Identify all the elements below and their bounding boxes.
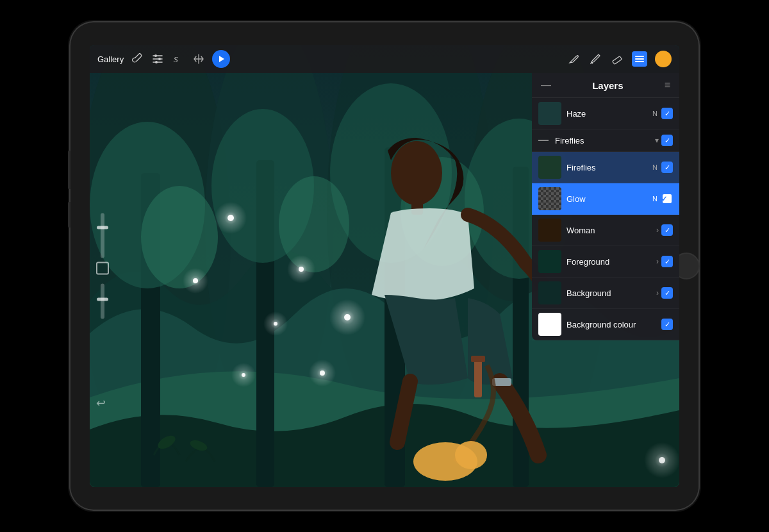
toolbar-right — [566, 51, 672, 67]
layer-check-glow[interactable]: ✓ — [661, 193, 673, 204]
layer-thumb-glow — [538, 187, 561, 210]
layer-group-fireflies[interactable]: Fireflies ▾ — [532, 129, 679, 152]
layers-panel-header: — Layers ≡ — [532, 73, 679, 98]
left-sidebar — [96, 213, 109, 319]
layer-item-fireflies[interactable]: Fireflies N — [532, 152, 679, 183]
layer-name-foreground: Foreground — [566, 257, 656, 267]
ipad-device: Gallery S — [70, 22, 699, 510]
background-arrow-icon: › — [656, 288, 659, 297]
layer-thumb-haze — [538, 102, 561, 125]
svg-point-38 — [659, 457, 665, 463]
svg-point-32 — [193, 278, 198, 283]
layer-item-glow[interactable]: Glow N ✓ — [532, 183, 679, 215]
layer-check-background[interactable] — [661, 287, 673, 299]
group-arrow-icon[interactable]: ▾ — [655, 136, 659, 145]
svg-marker-45 — [219, 56, 224, 62]
layer-thumb-background — [538, 281, 561, 304]
undo-button[interactable]: ↩ — [96, 396, 106, 410]
layer-name-bg-colour: Background colour — [566, 320, 661, 329]
layer-badge-glow: N — [652, 195, 657, 203]
svg-point-34 — [274, 322, 277, 326]
brush-size-slider[interactable] — [101, 213, 104, 258]
layer-item-background[interactable]: Background › — [532, 278, 679, 309]
layer-badge-haze: N — [652, 110, 657, 117]
svg-point-31 — [227, 215, 234, 221]
svg-point-13 — [141, 186, 218, 288]
layer-badge-fireflies: N — [652, 163, 657, 171]
svg-point-42 — [158, 58, 161, 60]
transform-tool[interactable] — [96, 262, 109, 275]
svg-rect-21 — [474, 359, 482, 397]
record-icon[interactable] — [212, 50, 230, 68]
layer-check-foreground[interactable] — [661, 256, 673, 267]
svg-rect-46 — [613, 56, 622, 65]
layer-name-haze: Haze — [566, 109, 652, 119]
layer-name-background: Background — [566, 288, 656, 298]
layer-thumb-fireflies — [538, 156, 561, 179]
svg-point-41 — [154, 54, 157, 57]
brush-size-handle[interactable] — [97, 226, 108, 229]
svg-point-35 — [344, 314, 351, 320]
layer-check-bg-colour[interactable] — [661, 319, 673, 330]
layers-button[interactable] — [632, 51, 647, 67]
svg-point-43 — [155, 61, 158, 63]
group-check-fireflies[interactable] — [661, 135, 673, 146]
toolbar: Gallery S — [90, 45, 679, 73]
layer-check-woman[interactable] — [661, 224, 673, 236]
wrench-icon[interactable] — [130, 52, 144, 66]
svg-point-33 — [299, 267, 304, 272]
color-picker[interactable] — [655, 51, 672, 67]
pen-tool-icon[interactable] — [566, 52, 581, 66]
brush-icon[interactable] — [588, 52, 602, 66]
layer-item-haze[interactable]: Haze N — [532, 98, 679, 129]
group-collapse-icon — [538, 140, 549, 141]
move-icon[interactable] — [192, 52, 206, 66]
layer-item-foreground[interactable]: Foreground › — [532, 246, 679, 278]
toolbar-left: Gallery S — [97, 50, 230, 68]
svg-point-20 — [455, 441, 487, 469]
svg-point-14 — [279, 176, 349, 272]
layers-title: Layers — [551, 80, 665, 91]
layer-name-glow: Glow — [566, 194, 652, 204]
layer-thumb-bg-colour — [538, 313, 561, 336]
layers-options-icon[interactable]: ≡ — [665, 79, 670, 91]
layer-check-haze[interactable] — [661, 108, 673, 119]
gallery-button[interactable]: Gallery — [97, 54, 124, 64]
foreground-arrow-icon: › — [656, 257, 659, 266]
group-name-fireflies: Fireflies — [555, 136, 655, 145]
volume-button[interactable] — [68, 151, 70, 189]
opacity-handle[interactable] — [97, 298, 108, 301]
svg-rect-22 — [471, 356, 485, 362]
svg-point-36 — [320, 370, 325, 376]
smudge-icon[interactable]: S — [171, 52, 185, 66]
layer-name-woman: Woman — [566, 226, 656, 235]
svg-point-37 — [242, 373, 245, 377]
power-button[interactable] — [68, 202, 70, 228]
layer-item-woman[interactable]: Woman › — [532, 215, 679, 246]
woman-arrow-icon: › — [656, 226, 659, 235]
layer-item-bg-colour[interactable]: Background colour — [532, 309, 679, 340]
layers-menu-icon[interactable]: — — [541, 79, 551, 91]
opacity-slider[interactable] — [101, 284, 104, 319]
adjust-icon[interactable] — [151, 52, 165, 66]
svg-point-16 — [391, 141, 442, 205]
eraser-icon[interactable] — [610, 52, 624, 66]
layer-thumb-foreground — [538, 250, 561, 273]
layer-thumb-woman — [538, 219, 561, 242]
svg-text:S: S — [174, 54, 178, 64]
ipad-screen: Gallery S — [90, 45, 679, 487]
layer-check-fireflies[interactable] — [661, 162, 673, 173]
layers-panel: — Layers ≡ Haze N Fireflies ▾ Fir — [532, 73, 679, 340]
layer-name-fireflies: Fireflies — [566, 163, 652, 172]
